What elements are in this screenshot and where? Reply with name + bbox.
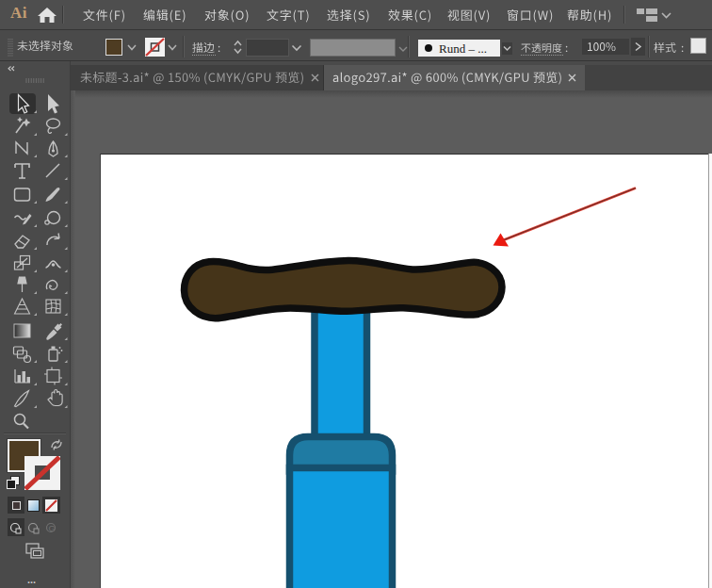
svg-text:G: G: [49, 524, 56, 533]
